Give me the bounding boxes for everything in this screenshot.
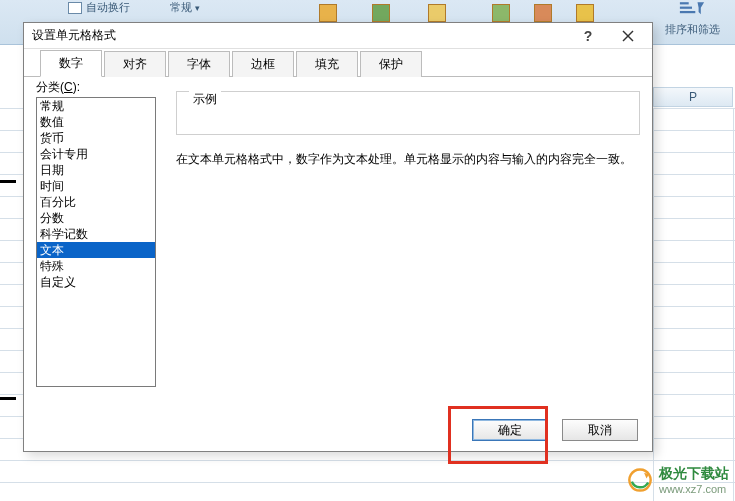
category-item[interactable]: 日期 xyxy=(37,162,155,178)
ok-button[interactable]: 确定 xyxy=(472,419,548,441)
category-item[interactable]: 自定义 xyxy=(37,274,155,290)
wrap-text-icon xyxy=(68,2,82,14)
svg-rect-2 xyxy=(680,11,695,13)
category-item[interactable]: 会计专用 xyxy=(37,146,155,162)
format-icon xyxy=(576,4,594,22)
tab-protection[interactable]: 保护 xyxy=(360,51,422,77)
number-format-dropdown[interactable]: 常规 ▾ xyxy=(170,0,200,15)
category-listbox[interactable]: 常规数值货币会计专用日期时间百分比分数科学记数文本特殊自定义 xyxy=(36,97,156,387)
category-item[interactable]: 分数 xyxy=(37,210,155,226)
cell-styles-icon xyxy=(428,4,446,22)
number-format-label: 常规 xyxy=(170,1,192,13)
category-label-key: C xyxy=(64,80,73,94)
insert-icon xyxy=(492,4,510,22)
conditional-formatting-icon xyxy=(319,4,337,22)
category-item[interactable]: 常规 xyxy=(37,98,155,114)
category-item[interactable]: 文本 xyxy=(37,242,155,258)
close-button[interactable] xyxy=(608,25,648,47)
tab-fill[interactable]: 填充 xyxy=(296,51,358,77)
tab-border[interactable]: 边框 xyxy=(232,51,294,77)
sort-filter-button[interactable]: 排序和筛选 xyxy=(661,0,723,37)
category-label-prefix: 分类( xyxy=(36,80,64,94)
dialog-titlebar: 设置单元格格式 ? xyxy=(24,23,652,49)
tab-number[interactable]: 数字 xyxy=(40,50,102,77)
selected-rows-border xyxy=(0,180,16,400)
category-item[interactable]: 特殊 xyxy=(37,258,155,274)
dialog-tabs: 数字 对齐 字体 边框 填充 保护 xyxy=(24,49,652,77)
category-item[interactable]: 时间 xyxy=(37,178,155,194)
wrap-text-button[interactable]: 自动换行 xyxy=(68,0,130,15)
dialog-button-row: 确定 取消 xyxy=(472,419,638,441)
watermark: 极光下载站 www.xz7.com xyxy=(627,465,729,495)
watermark-logo-icon xyxy=(627,467,653,493)
category-item[interactable]: 数值 xyxy=(37,114,155,130)
help-button[interactable]: ? xyxy=(568,25,608,47)
svg-rect-0 xyxy=(680,2,689,4)
watermark-name: 极光下载站 xyxy=(659,465,729,481)
cancel-button[interactable]: 取消 xyxy=(562,419,638,441)
category-label-suffix: ): xyxy=(73,80,80,94)
svg-rect-1 xyxy=(680,7,692,9)
format-cells-dialog: 设置单元格格式 ? 数字 对齐 字体 边框 填充 保护 分类(C): 常规数值货… xyxy=(23,22,653,452)
category-item[interactable]: 百分比 xyxy=(37,194,155,210)
dialog-body: 分类(C): 常规数值货币会计专用日期时间百分比分数科学记数文本特殊自定义 示例… xyxy=(36,79,640,407)
sort-filter-label: 排序和筛选 xyxy=(665,23,720,35)
help-icon: ? xyxy=(584,28,593,44)
category-item[interactable]: 货币 xyxy=(37,130,155,146)
column-header-p[interactable]: P xyxy=(653,87,733,107)
format-as-table-icon xyxy=(372,4,390,22)
watermark-url: www.xz7.com xyxy=(659,483,729,495)
category-item[interactable]: 科学记数 xyxy=(37,226,155,242)
wrap-text-label: 自动换行 xyxy=(86,0,130,15)
chevron-down-icon: ▾ xyxy=(195,3,200,13)
dialog-title: 设置单元格格式 xyxy=(32,27,568,44)
tab-alignment[interactable]: 对齐 xyxy=(104,51,166,77)
close-icon xyxy=(622,30,634,42)
delete-icon xyxy=(534,4,552,22)
example-groupbox: 示例 xyxy=(176,91,640,135)
sort-filter-icon xyxy=(678,0,706,22)
category-description: 在文本单元格格式中，数字作为文本处理。单元格显示的内容与输入的内容完全一致。 xyxy=(176,149,640,169)
tab-font[interactable]: 字体 xyxy=(168,51,230,77)
example-label: 示例 xyxy=(189,91,221,108)
